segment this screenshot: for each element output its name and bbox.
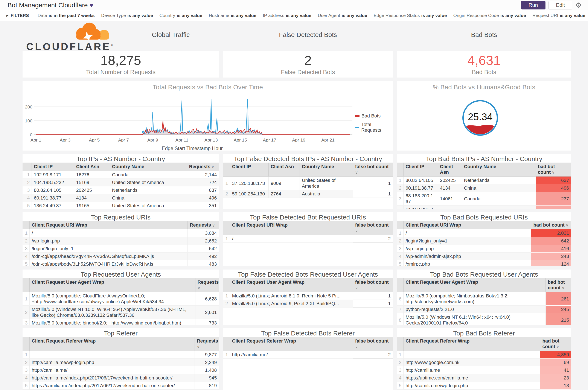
table-tile-top-false-bot-uris: Top False Detected Bot Requested URIsCli… [223, 212, 393, 266]
column-header[interactable]: Client Request User Agent Wrap [230, 278, 353, 292]
sorted-column-header[interactable]: bad bot count ∨ [545, 278, 571, 292]
column-header[interactable]: Country Name [110, 163, 187, 171]
cell-text: /login/?login_only=1 [32, 246, 185, 251]
filter-condition: is in the past 7 weeks [49, 13, 95, 18]
row-number: 1 [223, 292, 230, 300]
filters-caret-icon: ▸ [6, 13, 9, 18]
sorted-column-header[interactable]: Requests ∨ [188, 221, 219, 229]
chart-text: Apr 13 [204, 138, 218, 142]
sorted-column-header[interactable]: Requests ∨ [195, 337, 219, 351]
table-row: 3http://camilia.me41 [397, 366, 571, 374]
table-row: 4http://camilia.me/index.php/2017/06/17/… [23, 374, 219, 382]
chart-text: Apr 9 [147, 138, 158, 142]
column-header[interactable]: Client IP [32, 163, 74, 171]
cell-text: 59.100.254.130 [232, 191, 266, 197]
gear-icon[interactable]: ⚙ [575, 1, 582, 9]
filter-chip[interactable]: Countryis any value [159, 13, 202, 18]
column-header-label: Client Request User Agent Wrap [232, 279, 304, 285]
filter-chip[interactable]: Origin Response Codeis any value [453, 13, 526, 18]
sorted-column-header[interactable]: bad bot count ∨ [540, 337, 571, 351]
filter-chip[interactable]: Edge Response Statusis any value [374, 13, 447, 18]
count-text: 496 [189, 195, 217, 201]
cell-text: United States of America [112, 203, 185, 208]
filters-toggle[interactable]: ▸ FILTERS [6, 13, 29, 18]
filter-chip[interactable]: IP addressis any value [263, 13, 311, 18]
column-header[interactable]: Client IP [230, 163, 268, 177]
chart-text: Edge Start Timestamp Hour [162, 146, 223, 150]
table-header-row: Client Request Referer Wrapbad bot count… [397, 337, 571, 351]
filter-chip[interactable]: Hostnameis any value [209, 13, 256, 18]
cell: China [110, 194, 187, 202]
table-title: Top False Detected Bots IPs - AS Number … [223, 154, 393, 163]
sorted-column-header[interactable]: Requests ∨ [187, 163, 219, 171]
sorted-column-header[interactable]: bad bot count ∨ [531, 221, 571, 229]
count-cell: 2,249 [195, 359, 219, 366]
column-header[interactable]: Client Asn [438, 163, 462, 177]
sort-caret-icon: ∨ [355, 170, 358, 175]
filter-chip[interactable]: Dateis in the past 7 weeks [38, 13, 95, 18]
column-header[interactable]: Client IP [403, 163, 438, 177]
cell: Canada [462, 192, 536, 205]
cell: 9009 [268, 177, 299, 190]
column-header[interactable]: Client Request Referer Wrap [29, 337, 195, 351]
sorted-column-header[interactable]: false bot count ∨ [353, 163, 393, 177]
column-header[interactable]: Client Asn [74, 163, 110, 171]
gauge-title: % Bad Bots vs Humans&Good Bots [397, 84, 571, 91]
row-number: 2 [23, 306, 29, 319]
count-cell: 642 [531, 237, 571, 245]
table-row: 259.100.254.1302764Australia1 [223, 190, 393, 198]
legend-item-bad-bots[interactable]: Bad Bots [355, 113, 391, 119]
cell [29, 351, 195, 359]
legend-item-total-requests[interactable]: Total Requests [355, 122, 391, 133]
count-text: 1 [355, 301, 391, 306]
sorted-column-header[interactable]: bad bot count ∨ [536, 163, 571, 177]
data-table: Client Request User Agent Wrapbad bot co… [397, 278, 571, 325]
row-number: 5 [23, 260, 29, 266]
table-row: 2/wp-login.php2,652 [23, 237, 219, 245]
cell-text: 68.183.200.167 [406, 193, 436, 204]
column-header[interactable]: Client Request URI Wrap [230, 221, 353, 235]
table-row: 7python-requests/2.21.0245 [397, 306, 571, 313]
filter-chip[interactable]: Device Typeis any value [101, 13, 153, 18]
count-cell: 2,031 [531, 229, 571, 237]
column-header-label: Country Name [464, 164, 496, 169]
filter-chip[interactable]: User Agentis any value [318, 13, 367, 18]
column-header[interactable]: Client Request Referer Wrap [230, 337, 353, 351]
column-header[interactable]: Client Request User Agent Wrap [29, 278, 195, 292]
column-header[interactable]: Country Name [462, 163, 536, 177]
count-cell: 496 [187, 194, 219, 202]
sorted-column-header[interactable]: false bot count ∨ [353, 278, 393, 292]
gauge-tile: % Bad Bots vs Humans&Good Bots 25.34 [397, 81, 571, 150]
cell: 16276 [74, 171, 110, 179]
cell-text: 61.160.221.73 [406, 206, 436, 209]
column-header[interactable]: Client Request User Agent Wrap [403, 278, 545, 292]
sorted-column-header[interactable]: Requests ∨ [195, 278, 219, 292]
column-header[interactable]: Country Name [299, 163, 353, 177]
filter-chip[interactable]: Request URIis any value [532, 13, 585, 18]
cell-text: 104.198.5.232 [34, 180, 72, 185]
table-header-row: Client IPClient AsnCountry NameRequests … [23, 163, 219, 171]
column-header[interactable]: Client Asn [268, 163, 299, 177]
kpi-label: Bad Bots [472, 69, 496, 76]
row-number: 2 [23, 179, 32, 186]
row-number: 2 [23, 359, 29, 366]
sorted-column-header[interactable]: false bot count ∨ [353, 221, 393, 235]
sort-caret-icon: ∨ [211, 223, 215, 227]
table-row: 6Mozilla/5.0 (compatible; Nimbostratus-B… [397, 292, 571, 306]
column-header[interactable]: Client Request URI Wrap [29, 221, 188, 229]
sorted-column-header[interactable]: false bot count ∨ [353, 337, 393, 351]
table-row: 368.183.200.16714061Canada237 [397, 192, 571, 205]
count-cell: 637 [536, 177, 571, 184]
cell-text: / [32, 230, 185, 236]
row-number: 2 [397, 359, 403, 366]
column-header[interactable]: Client Request Referer Wrap [403, 337, 540, 351]
edit-button[interactable]: Edit [548, 1, 572, 9]
run-button[interactable]: Run [521, 1, 545, 9]
cell-text: 9009 [271, 180, 297, 186]
row-number: 8 [397, 313, 403, 325]
row-number: 4 [23, 374, 29, 382]
column-header[interactable]: Client Request URI Wrap [403, 221, 531, 229]
filter-condition: is any value [342, 13, 367, 18]
count-cell: 144 [536, 205, 571, 209]
row-number: 2 [397, 237, 403, 245]
